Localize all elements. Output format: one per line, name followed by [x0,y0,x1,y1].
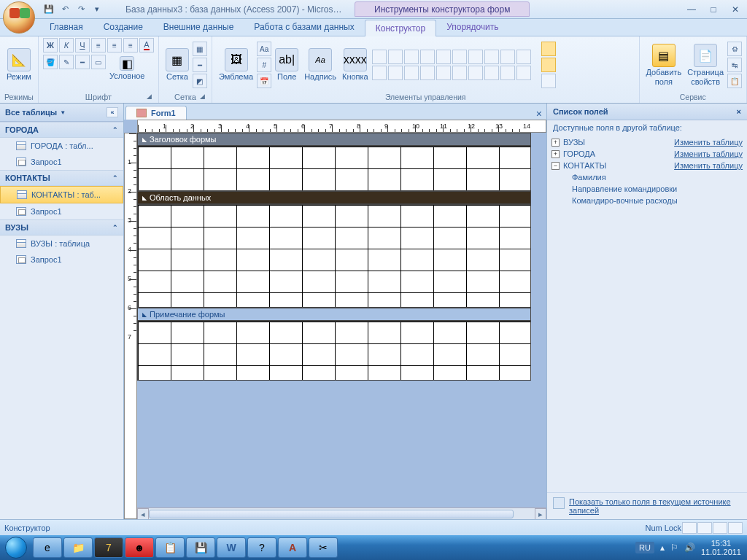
field-table-goroda[interactable]: +ГОРОДАИзменить таблицу [551,148,743,160]
control-togglebutton[interactable] [516,50,531,64]
form-header-area[interactable] [138,147,530,190]
grid-color-button[interactable]: ◩ [193,74,207,88]
field-item-familia[interactable]: Фамилия [551,171,743,183]
taskbar-app1[interactable]: 7 [94,537,123,558]
tab-arrange[interactable]: Упорядочить [436,19,508,36]
field-item-expenses[interactable]: Командиро-вочные расходы [551,195,743,206]
pagenum-button[interactable]: # [257,58,271,72]
grid-dialog-launcher[interactable]: ◢ [198,93,207,101]
tray-flag-icon[interactable]: ⚐ [670,542,678,553]
tab-order-button[interactable]: ↹ [727,58,742,72]
edit-table-link[interactable]: Изменить таблицу [674,161,743,170]
align-right-button[interactable]: ≡ [123,38,138,52]
view-design-button[interactable] [728,522,743,534]
qat-customize-icon[interactable]: ▾ [90,3,104,16]
taskbar-access[interactable]: A [278,537,307,558]
edit-table-link[interactable]: Изменить таблицу [674,138,743,147]
select-tool[interactable] [541,42,556,56]
horizontal-scrollbar[interactable]: ◂ ▸ [137,508,546,519]
show-current-source-link[interactable]: Показать только поля в текущем источнике… [569,497,741,515]
line-width-button[interactable]: ▭ [91,55,106,69]
qat-save-icon[interactable]: 💾 [42,3,55,16]
view-form-button[interactable] [682,522,697,534]
document-close-button[interactable]: × [532,108,546,120]
tray-volume-icon[interactable]: 🔊 [684,542,695,553]
taskbar-app2[interactable]: ☻ [125,537,154,558]
control-listbox[interactable] [388,50,403,64]
office-button[interactable] [3,1,35,34]
line-style-button[interactable]: ━ [75,55,90,69]
control-line[interactable] [420,50,435,64]
nav-group-vuzy[interactable]: ВУЗЫ⌃ [0,219,123,236]
grid-button[interactable]: ▦ Сетка [163,47,191,82]
textbox-button[interactable]: ab|Поле [273,47,301,82]
font-color-button[interactable]: A [139,38,154,52]
control-tab[interactable] [372,66,387,80]
align-left-button[interactable]: ≡ [91,38,106,52]
taskbar-snip[interactable]: ✂ [309,537,338,558]
control-hyperlink[interactable] [468,66,483,80]
control-checkbox[interactable] [484,50,499,64]
nav-item-query1b[interactable]: Запрос1 [0,203,123,219]
datetime-button[interactable]: 📅 [257,74,271,88]
taskbar-app3[interactable]: 📋 [155,537,185,558]
detail-area[interactable] [138,205,530,307]
control-boundframe[interactable] [452,50,467,64]
add-fields-button[interactable]: ▤Добавить поля [644,42,684,87]
control-chart[interactable] [404,66,419,80]
control-image[interactable] [436,66,451,80]
minimize-button[interactable]: — [683,3,700,16]
control-attachment[interactable] [484,66,499,80]
underline-button[interactable]: Ч [75,38,90,52]
label-button[interactable]: AaНадпись [302,47,338,82]
nav-header[interactable]: Все таблицы ▼ « [0,104,123,122]
control-wizards-toggle[interactable] [541,58,556,72]
nav-item-query1c[interactable]: Запрос1 [0,252,123,268]
clock[interactable]: 15:3111.01.2011 [701,539,741,556]
line-color-button[interactable]: ✎ [59,55,74,69]
control-activex[interactable] [500,66,515,80]
field-list-close-button[interactable]: × [737,107,741,116]
detail-section-bar[interactable]: ◣Область данных [137,191,531,204]
align-center-button[interactable]: ≡ [107,38,122,52]
fill-color-button[interactable]: 🪣 [43,55,58,69]
taskbar-ie[interactable]: e [33,537,62,558]
conditional-button[interactable]: ◧ Условное [107,55,147,82]
edit-table-link[interactable]: Изменить таблицу [674,149,743,158]
tab-home[interactable]: Главная [39,19,93,36]
taskbar-word[interactable]: W [217,537,246,558]
expand-icon[interactable]: + [551,150,560,158]
commandbutton-button[interactable]: xxxxКнопка [340,47,371,82]
restore-button[interactable]: □ [705,3,722,16]
nav-collapse-button[interactable]: « [107,107,118,117]
nav-item-vuzy-table[interactable]: ВУЗЫ : таблица [0,236,123,252]
scroll-right-button[interactable]: ▸ [535,508,546,519]
view-datasheet-button[interactable] [697,522,712,534]
control-pagebreak[interactable] [452,66,467,80]
tab-create[interactable]: Создание [93,19,153,36]
start-button[interactable] [0,535,32,560]
qat-undo-icon[interactable]: ↶ [58,3,71,16]
italic-button[interactable]: К [59,38,74,52]
logo-button[interactable]: 🖼Эмблема [217,47,255,82]
view-layout-button[interactable] [713,522,727,534]
bold-button[interactable]: Ж [43,38,58,52]
collapse-icon[interactable]: − [551,162,560,170]
control-smarttag[interactable] [516,66,531,80]
document-tab-form1[interactable]: Form1 [125,106,187,120]
tab-database[interactable]: Работа с базами данных [244,19,364,36]
view-button[interactable]: 📐 Режим [4,47,34,82]
scroll-left-button[interactable]: ◂ [137,508,149,519]
nav-item-goroda-table[interactable]: ГОРОДА : табл... [0,138,123,154]
grid-style-button[interactable]: ▦ [193,42,207,56]
control-page[interactable] [388,66,403,80]
form-design-surface[interactable]: 1234567891011121314 1234567 ◣Заголовок ф… [124,120,546,519]
close-button[interactable]: ✕ [727,3,744,16]
tray-expand-icon[interactable]: ▴ [660,542,665,553]
control-unboundframe[interactable] [420,66,435,80]
taskbar-explorer[interactable]: 📁 [63,537,93,558]
expand-icon[interactable]: + [551,139,560,147]
taskbar-help[interactable]: ? [247,537,276,558]
convert-macros-button[interactable]: 📋 [727,74,742,88]
font-dialog-launcher[interactable]: ◢ [145,93,154,101]
